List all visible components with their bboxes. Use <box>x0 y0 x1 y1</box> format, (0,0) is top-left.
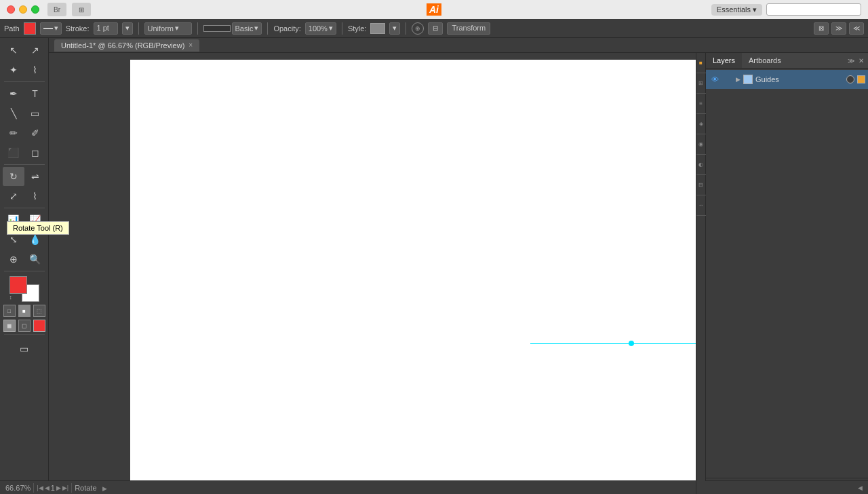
tool-separator-5 <box>4 334 45 335</box>
statusbar: 66.67% |◀ ◀ 1 ▶ ▶| Rotate ▶ ◀ <box>0 480 868 494</box>
artboards-tab[interactable]: Artboards <box>742 53 788 68</box>
layer-target-indicator[interactable] <box>846 75 854 83</box>
titlebar-right: Essentials ▾ <box>711 3 868 16</box>
graphic-styles-icon[interactable]: ◉ <box>696 134 706 155</box>
titlebar: Ai Br ⊞ Essentials ▾ <box>0 0 868 19</box>
fill-icon[interactable]: ◼ <box>3 320 16 332</box>
draw-inside-mode[interactable]: ■ <box>18 305 31 317</box>
style-dropdown[interactable]: ▾ <box>389 22 400 35</box>
toggle-panel-button[interactable]: ≪ <box>849 22 864 35</box>
layer-visibility-icon[interactable]: 👁 <box>709 73 721 86</box>
color-guide-icon[interactable]: ■ <box>696 53 706 73</box>
color-section: ↕ □ ■ ⬚ ◼ ◻ <box>3 276 45 332</box>
none-fill-icon[interactable]: ◻ <box>18 320 31 332</box>
swap-icon[interactable]: ↕ <box>9 294 13 301</box>
app-logo: Ai <box>427 3 441 16</box>
fill-color-swatch[interactable] <box>24 22 36 35</box>
align-icon[interactable]: ⊟ <box>696 175 706 195</box>
layers-tab[interactable]: Layers <box>706 53 742 68</box>
close-panel-icon[interactable]: ✕ <box>857 56 865 66</box>
tab-close-button[interactable]: × <box>189 41 193 49</box>
tab-title: Untitled-1* @ 66.67% (RGB/Preview) <box>61 41 184 50</box>
tool-separator-2 <box>4 164 45 165</box>
screen-mode-icon[interactable]: ▭ <box>14 339 35 358</box>
swatches-icon[interactable]: ⊞ <box>696 73 706 94</box>
search-input[interactable] <box>766 3 861 16</box>
transform-panel-icon[interactable]: ↔ <box>696 195 706 216</box>
eyedropper-tool-button[interactable]: 💧 <box>24 230 46 249</box>
right-icon-strip: ■ ⊞ ≡ ◈ ◉ ◐ ⊟ ↔ <box>696 53 705 494</box>
layer-name-label[interactable]: Guides <box>755 75 844 83</box>
scale-tool-button[interactable]: ⤢ <box>3 187 24 206</box>
rect-tool-button[interactable]: ▭ <box>24 104 46 123</box>
bridge-button[interactable]: Br <box>47 3 66 16</box>
paint-bucket-button[interactable]: ⬛ <box>3 143 24 162</box>
layer-lock-icon[interactable] <box>724 75 733 84</box>
profile-dropdown[interactable]: Uniform ▾ <box>144 22 192 35</box>
layer-expand-arrow[interactable]: ▶ <box>736 76 741 83</box>
workspace-switcher[interactable]: Essentials ▾ <box>711 4 762 16</box>
document-tab[interactable]: Untitled-1* @ 66.67% (RGB/Preview) × <box>54 39 199 52</box>
transform-button[interactable]: Transform <box>447 22 490 35</box>
artboard-nav-button[interactable]: ▶ <box>102 484 107 492</box>
layer-row[interactable]: 👁 ▶ Guides <box>706 70 868 89</box>
magic-wand-tool-button[interactable]: ✦ <box>3 60 24 79</box>
brush-tool-button[interactable]: ✏ <box>3 124 24 142</box>
free-transform-button[interactable]: ⤡ <box>3 230 24 249</box>
web-button[interactable]: ⊕ <box>412 22 424 35</box>
image-trace-button[interactable]: ⊟ <box>428 22 443 35</box>
column-graph-button[interactable]: 📈 <box>24 210 46 229</box>
selection-tool-button[interactable]: ↖ <box>3 41 24 60</box>
close-button[interactable] <box>7 5 15 14</box>
symbols-icon[interactable]: ◈ <box>696 114 706 134</box>
opacity-dropdown[interactable]: 100%▾ <box>305 22 336 35</box>
maximize-button[interactable] <box>31 5 39 14</box>
pencil-tool-button[interactable]: ✐ <box>24 124 46 142</box>
arrange-view-button[interactable]: ⊠ <box>814 22 829 35</box>
appearance-icon[interactable]: ◐ <box>696 155 706 175</box>
mirror-tool-button[interactable]: ⇌ <box>24 167 46 186</box>
artboard[interactable] <box>130 60 778 494</box>
page-navigation: |◀ ◀ 1 ▶ ▶| <box>37 484 68 492</box>
color-pair: ↕ <box>9 276 39 302</box>
brush-type-dropdown[interactable]: Basic▾ <box>232 22 262 35</box>
guide-anchor <box>629 341 634 346</box>
warp-tool-button[interactable]: ⌇ <box>24 187 46 206</box>
last-page-button[interactable]: ▶| <box>62 484 68 491</box>
panel-tabs: Layers Artboards ≫ ✕ <box>706 53 868 69</box>
first-page-button[interactable]: |◀ <box>37 484 43 491</box>
direct-selection-tool-button[interactable]: ↗ <box>24 41 46 60</box>
prev-page-button[interactable]: ◀ <box>45 484 50 491</box>
zoom-level[interactable]: 66.67% <box>5 484 31 492</box>
page-number[interactable]: 1 <box>51 484 55 492</box>
pen-tool-button[interactable]: ✒ <box>3 84 24 103</box>
layer-selection-box[interactable] <box>857 75 865 83</box>
line-tool-button[interactable]: ╲ <box>3 104 24 123</box>
fill-color[interactable] <box>9 276 27 294</box>
type-tool-button[interactable]: T <box>24 84 46 103</box>
stroke-label: Stroke: <box>66 24 90 33</box>
stroke-type-dropdown[interactable]: ▾ <box>40 22 62 35</box>
eraser-tool-button[interactable]: ◻ <box>24 143 46 162</box>
zoom-tool-button[interactable]: 🔍 <box>24 250 46 269</box>
brushes-icon[interactable]: ≡ <box>696 94 706 114</box>
path-label: Path <box>4 24 20 33</box>
more-options-button[interactable]: ≫ <box>831 22 846 35</box>
next-page-button[interactable]: ▶ <box>56 484 61 491</box>
minimize-button[interactable] <box>19 5 27 14</box>
arrange-button[interactable]: ⊞ <box>72 3 91 16</box>
style-swatch[interactable] <box>370 23 385 34</box>
draw-behind-mode[interactable]: ⬚ <box>33 305 45 317</box>
scroll-left-status[interactable]: ◀ <box>858 484 863 491</box>
color-fill-icon[interactable] <box>33 320 45 332</box>
graph-tool-button[interactable]: 📊 <box>3 210 24 229</box>
lasso-tool-button[interactable]: ⌇ <box>24 60 46 79</box>
screen-mode-button[interactable]: ▭ <box>14 339 35 358</box>
normal-draw-mode[interactable]: □ <box>3 305 16 317</box>
transform-tools: ⤡ 💧 <box>3 230 46 249</box>
rotate-tool-button[interactable]: ↻ <box>3 167 24 186</box>
blend-tool-button[interactable]: ⊕ <box>3 250 24 269</box>
stroke-weight-unit[interactable]: ▾ <box>122 22 133 35</box>
expand-panels-icon[interactable]: ≫ <box>846 56 856 66</box>
stroke-weight-input[interactable]: 1 pt <box>94 22 118 35</box>
